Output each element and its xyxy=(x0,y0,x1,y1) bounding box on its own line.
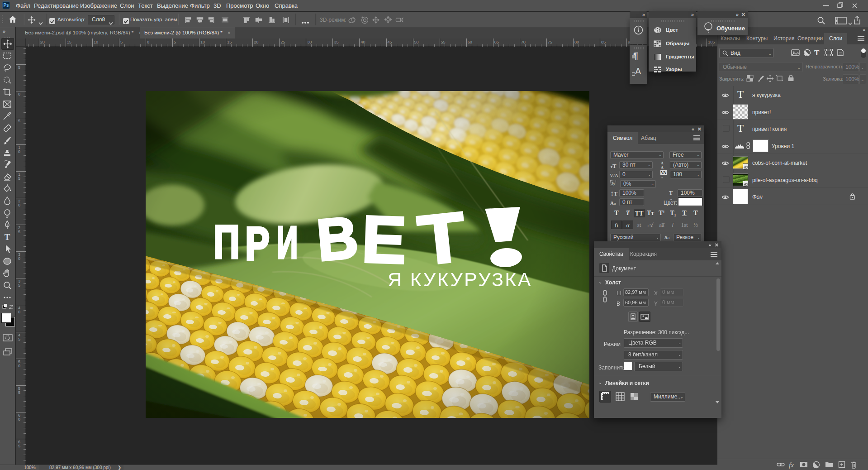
svg-text:T: T xyxy=(5,232,10,242)
